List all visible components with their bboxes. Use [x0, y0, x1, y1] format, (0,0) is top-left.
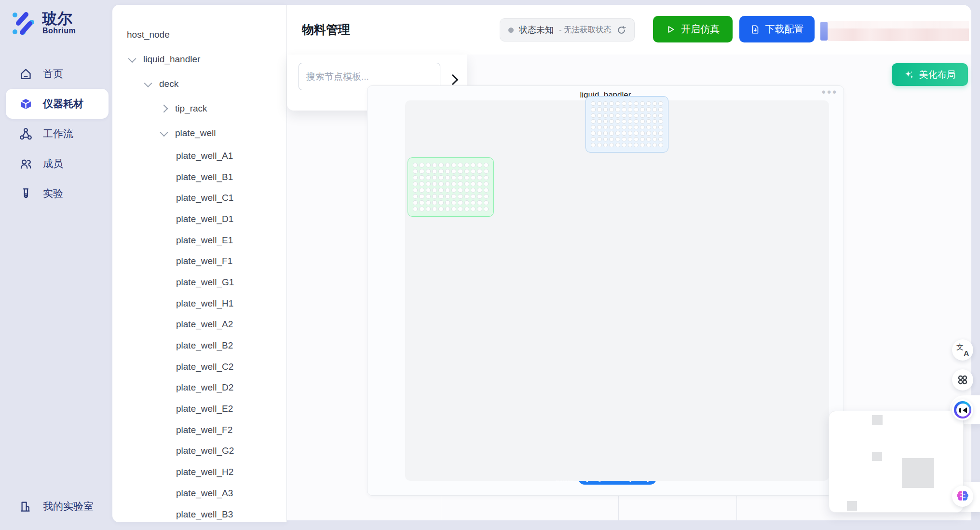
well [615, 113, 620, 118]
well [591, 131, 596, 135]
canvas-gridline [442, 496, 442, 520]
brand-name-zh: 玻尔 [42, 11, 76, 27]
well [603, 143, 608, 147]
sidebar-footer-label: 我的实验室 [43, 500, 94, 513]
well [432, 188, 437, 193]
well [451, 163, 456, 167]
refresh-icon[interactable] [617, 26, 626, 35]
well [640, 101, 645, 106]
well [451, 200, 456, 205]
chevron-down-icon[interactable] [160, 128, 168, 137]
tree-node-plate_well_B2[interactable]: plate_well_B2 [112, 335, 286, 356]
tree-node-plate_well_A3[interactable]: plate_well_A3 [112, 483, 286, 504]
well [432, 194, 437, 199]
tree-node-plate_well_A2[interactable]: plate_well_A2 [112, 314, 286, 335]
well [597, 119, 602, 124]
tree-node-tip_rack[interactable]: tip_rack [112, 96, 286, 121]
well [432, 169, 437, 174]
well [609, 101, 614, 106]
sidebar-item-label: 工作流 [43, 127, 73, 140]
well-plate[interactable] [408, 157, 494, 217]
translate-button[interactable]: 文 A [952, 339, 973, 361]
sidebar-item-experiments[interactable]: 实验 [0, 179, 112, 209]
well [609, 131, 614, 135]
tree-node-plate_well_H2[interactable]: plate_well_H2 [112, 461, 286, 483]
well [658, 143, 663, 147]
more-options-icon[interactable]: ••• [822, 87, 838, 98]
tree-node-plate_well_E2[interactable]: plate_well_E2 [112, 398, 286, 419]
well [609, 143, 614, 147]
tree-node-liquid_handler[interactable]: liquid_handler [112, 47, 286, 71]
sidebar-item-home[interactable]: 首页 [0, 59, 112, 89]
sidebar-item-label: 成员 [43, 157, 63, 170]
tip-rack-plate[interactable] [585, 96, 668, 153]
tree-node-plate_well_E1[interactable]: plate_well_E1 [112, 230, 286, 251]
well [477, 181, 482, 186]
collapse-panel-icon[interactable] [448, 74, 459, 85]
well [464, 188, 469, 193]
well [484, 181, 489, 186]
apps-grid-button[interactable] [952, 369, 973, 391]
tree-node-plate_well_B1[interactable]: plate_well_B1 [112, 167, 286, 188]
tree-node-plate_well_A1[interactable]: plate_well_A1 [112, 145, 286, 167]
chevron-down-icon[interactable] [144, 79, 152, 87]
layout-canvas[interactable]: 共 0 条结果 美化布局 liquid_handler ••• dat [287, 55, 971, 520]
robot-assistant-button[interactable] [952, 399, 973, 420]
well [426, 175, 431, 180]
tree-node-host_node[interactable]: host_node [112, 22, 286, 47]
tree-node-label: tip_rack [175, 103, 207, 114]
well [445, 163, 450, 167]
liquid-handler-node-card[interactable]: liquid_handler ••• data: [object Object] [367, 85, 844, 496]
tree-node-plate_well_G1[interactable]: plate_well_G1 [112, 272, 286, 293]
node-tree-panel: host_nodeliquid_handlerdecktip_rackplate… [112, 5, 287, 522]
well [419, 188, 424, 193]
page-header: 物料管理 状态未知 - 无法获取状态 开启仿真 [287, 5, 971, 55]
tree-node-plate_well_D2[interactable]: plate_well_D2 [112, 377, 286, 399]
tree-node-plate_well_D1[interactable]: plate_well_D1 [112, 209, 286, 230]
tree-node-plate_well_B3[interactable]: plate_well_B3 [112, 504, 286, 522]
well [603, 107, 608, 112]
sidebar-item-label: 首页 [43, 67, 63, 81]
well [477, 200, 482, 205]
tree-node-plate_well_F2[interactable]: plate_well_F2 [112, 419, 286, 441]
tree-node-label: plate_well_D1 [176, 214, 233, 224]
status-badge: 状态未知 - 无法获取状态 [500, 18, 635, 42]
well [646, 119, 651, 124]
well [634, 101, 639, 106]
tree-node-plate_well_H1[interactable]: plate_well_H1 [112, 293, 286, 314]
sidebar-item-instruments[interactable]: 仪器耗材 [6, 89, 109, 119]
chevron-down-icon[interactable] [128, 55, 136, 63]
tree-node-plate_well_F1[interactable]: plate_well_F1 [112, 251, 286, 272]
tree-node-label: plate_well_B2 [176, 340, 233, 351]
sidebar-item-members[interactable]: 成员 [0, 149, 112, 179]
sidebar-item-workflow[interactable]: 工作流 [0, 119, 112, 149]
main-panel: 物料管理 状态未知 - 无法获取状态 开启仿真 [286, 5, 971, 520]
chevron-right-icon[interactable] [160, 104, 168, 112]
well [471, 181, 476, 186]
tree-node-plate_well[interactable]: plate_well [112, 121, 286, 145]
well [458, 194, 463, 199]
tree-node-plate_well_C1[interactable]: plate_well_C1 [112, 187, 286, 209]
minimap[interactable] [829, 411, 964, 513]
canvas-gridline [618, 496, 619, 520]
bohrium-logo-icon [11, 11, 36, 36]
well [597, 131, 602, 135]
download-config-button[interactable]: 下载配置 [739, 16, 815, 42]
start-simulation-button[interactable]: 开启仿真 [653, 16, 733, 42]
tree-node-label: plate_well_A1 [176, 151, 233, 161]
well [426, 207, 431, 211]
robot-icon [954, 401, 971, 418]
well [438, 163, 443, 167]
tree-node-plate_well_G2[interactable]: plate_well_G2 [112, 441, 286, 462]
ai-brain-button[interactable] [952, 486, 973, 507]
minimap-node-block [872, 415, 883, 425]
well [438, 188, 443, 193]
tree-node-deck[interactable]: deck [112, 71, 286, 96]
tree-node-plate_well_C2[interactable]: plate_well_C2 [112, 356, 286, 377]
well [464, 200, 469, 205]
well [658, 101, 663, 106]
beautify-layout-button[interactable]: 美化布局 [892, 63, 968, 86]
well [653, 101, 657, 106]
tree-node-label: plate_well_A3 [176, 488, 233, 499]
well [432, 163, 437, 167]
